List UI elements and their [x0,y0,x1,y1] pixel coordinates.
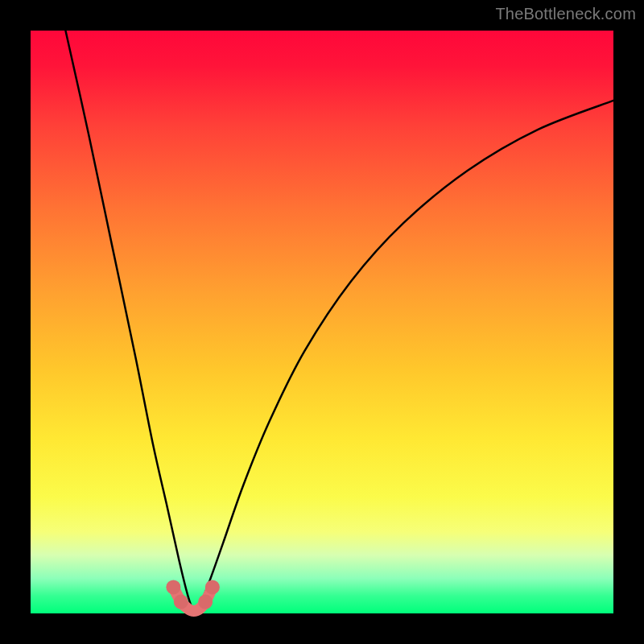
plot-area [31,31,613,613]
optimal-zone-dot [198,595,213,609]
bottleneck-curve [65,31,613,611]
curve-svg [31,31,613,613]
chart-frame: TheBottleneck.com [0,0,644,644]
watermark-text: TheBottleneck.com [495,5,636,23]
optimal-zone-dot [166,580,180,594]
optimal-zone-dot [174,595,188,609]
optimal-zone-dot [205,580,220,594]
